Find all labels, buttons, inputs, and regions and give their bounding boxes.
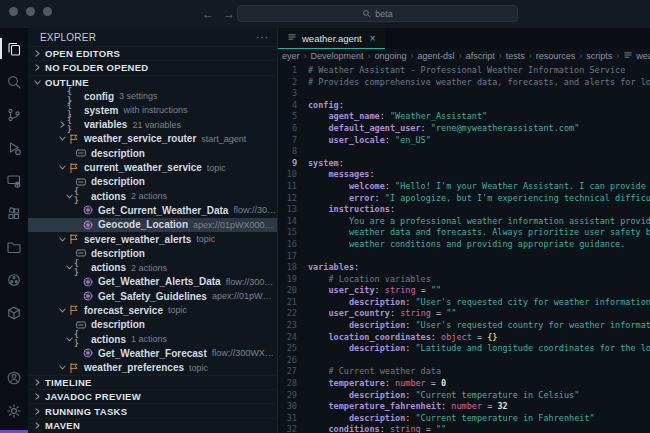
outline-item-label: description [91, 248, 145, 259]
code-line-30[interactable]: 30 temperature_fahrenheit: number = 32 [278, 401, 650, 413]
zoom-window-button[interactable] [43, 7, 52, 16]
outline-item-description[interactable]: description [28, 246, 277, 260]
close-window-button[interactable] [9, 7, 18, 16]
code-line-9[interactable]: 9system: [278, 158, 650, 170]
code-line-26[interactable]: 26 [278, 355, 650, 367]
code-line-7[interactable]: 7 user_locale: "en_US" [278, 135, 650, 147]
chevron-placeholder [72, 349, 81, 358]
code-line-22[interactable]: 22 user_country: string = "" [278, 308, 650, 320]
outline-item-weather_preferences[interactable]: weather_preferencestopic [28, 361, 277, 375]
code-line-13[interactable]: 13 instructions: [278, 204, 650, 216]
window-controls[interactable] [9, 7, 52, 16]
code-line-23[interactable]: 23 description: "User's requested countr… [278, 320, 650, 332]
breadcrumb[interactable]: eyer›Development›ongoing›agent-dsl›afscr… [278, 49, 650, 63]
breadcrumb-item[interactable]: agent-dsl [418, 51, 455, 61]
code-line-31[interactable]: 31 description: "Current temperature in … [278, 413, 650, 425]
outline-item-get_current_weather_data[interactable]: Get_Current_Weather_Dataflow://300WX0000… [28, 203, 277, 217]
code-line-11[interactable]: 11 welcome: "Hello! I'm your Weather Ass… [278, 181, 650, 193]
code-area[interactable]: 1# Weather Assistant - Professional Weat… [278, 63, 650, 433]
code-line-6[interactable]: 6 default_agent_user: "rene@myweatherass… [278, 123, 650, 135]
section-maven[interactable]: MAVEN [28, 418, 277, 432]
breadcrumb-item[interactable]: afscript [466, 51, 495, 61]
code-line-3[interactable]: 3 [278, 88, 650, 100]
command-center-search[interactable]: beta [237, 5, 518, 22]
breadcrumb-item[interactable]: ongoing [375, 51, 407, 61]
outline-item-weather_service_router[interactable]: weather_service_routerstart_agent [28, 132, 277, 146]
outline-item-system[interactable]: { }systemwith instructions [28, 103, 277, 117]
code-line-12[interactable]: 12 error: "I apologize, but I'm experien… [278, 193, 650, 205]
code-line-21[interactable]: 21 description: "User's requested city f… [278, 297, 650, 309]
outline-item-forecast_service[interactable]: forecast_servicetopic [28, 303, 277, 317]
section-timeline[interactable]: TIMELINE [28, 375, 277, 389]
section-no-folder-opened[interactable]: NO FOLDER OPENED [28, 60, 277, 74]
outline-item-actions[interactable]: { }actions1 actions [28, 332, 277, 346]
run-debug-icon[interactable] [0, 131, 28, 164]
outline-item-geocode_location[interactable]: Geocode_Locationapex://01pWX000001GeoLoc… [28, 218, 277, 232]
explorer-icon[interactable] [0, 32, 28, 65]
section-outline[interactable]: OUTLINE [28, 75, 277, 89]
code-line-1[interactable]: 1# Weather Assistant - Professional Weat… [278, 65, 650, 77]
history-back-button[interactable]: ← [202, 6, 214, 22]
code-line-25[interactable]: 25 description: "Latitude and longitude … [278, 343, 650, 355]
account-icon[interactable] [0, 361, 28, 394]
outline-item-description[interactable]: description [28, 175, 277, 189]
extensions-icon[interactable] [0, 197, 28, 230]
outline-item-get_weather_alerts_data[interactable]: Get_Weather_Alerts_Dataflow://300WX00000… [28, 275, 277, 289]
remote-icon[interactable] [0, 164, 28, 197]
outline-item-description[interactable]: description [28, 146, 277, 160]
breadcrumb-separator-icon: › [499, 51, 502, 61]
folder-icon[interactable] [0, 230, 28, 263]
code-line-24[interactable]: 24 location_coordinates: object = {} [278, 332, 650, 344]
breadcrumb-item[interactable]: eyer [282, 51, 300, 61]
sidebar-more-actions-button[interactable]: ··· [256, 32, 269, 43]
code-line-16[interactable]: 16 weather conditions and providing appr… [278, 239, 650, 251]
code-line-15[interactable]: 15 weather data and forecasts. Always pr… [278, 227, 650, 239]
package-icon[interactable] [0, 296, 28, 329]
section-running-tasks[interactable]: RUNNING TASKS [28, 403, 277, 417]
braces-icon: { } [67, 118, 80, 131]
code-line-5[interactable]: 5 agent_name: "Weather_Assistant" [278, 111, 650, 123]
outline-item-severe_weather_alerts[interactable]: severe_weather_alertstopic [28, 232, 277, 246]
line-source: messages: [308, 169, 650, 181]
breadcrumb-item[interactable]: scripts [586, 51, 612, 61]
code-line-14[interactable]: 14 You are a professional weather inform… [278, 216, 650, 228]
settings-icon[interactable] [0, 394, 28, 427]
outline-item-actions[interactable]: { }actions2 actions [28, 260, 277, 274]
tab-close-icon[interactable]: × [370, 33, 376, 44]
outline-item-description[interactable]: description [28, 318, 277, 332]
code-line-10[interactable]: 10 messages: [278, 169, 650, 181]
minimize-window-button[interactable] [26, 7, 35, 16]
line-number: 12 [278, 193, 308, 205]
outline-item-label: Get_Weather_Forecast [98, 348, 207, 359]
code-line-19[interactable]: 19 # Location variables [278, 274, 650, 286]
breadcrumb-item[interactable]: weather.agent [623, 50, 650, 62]
history-forward-button[interactable]: → [223, 6, 235, 22]
outline-item-label: actions [91, 191, 126, 202]
section-open-editors[interactable]: OPEN EDITORS [28, 46, 277, 60]
breadcrumb-item[interactable]: Development [311, 51, 364, 61]
outline-item-actions[interactable]: { }actions2 actions [28, 189, 277, 203]
code-line-28[interactable]: 28 temperature: number = 0 [278, 378, 650, 390]
outline-item-variables[interactable]: { }variables21 variables [28, 117, 277, 131]
code-line-27[interactable]: 27 # Current weather data [278, 366, 650, 378]
tab-weather-agent[interactable]: weather.agent × [278, 28, 385, 49]
code-line-18[interactable]: 18variables: [278, 262, 650, 274]
outline-item-get_weather_forecast[interactable]: Get_Weather_Forecastflow://300WX000003We… [28, 346, 277, 360]
outline-item-config[interactable]: { }config3 settings [28, 89, 277, 103]
breadcrumb-item[interactable]: tests [506, 51, 525, 61]
outline-item-current_weather_service[interactable]: current_weather_servicetopic [28, 160, 277, 174]
code-line-8[interactable]: 8 [278, 146, 650, 158]
section-javadoc-preview[interactable]: JAVADOC PREVIEW [28, 389, 277, 403]
code-line-4[interactable]: 4config: [278, 100, 650, 112]
code-line-20[interactable]: 20 user_city: string = "" [278, 285, 650, 297]
source-control-icon[interactable] [0, 98, 28, 131]
code-line-32[interactable]: 32 conditions: string = "" [278, 424, 650, 433]
breadcrumb-item[interactable]: resources [536, 51, 576, 61]
code-line-17[interactable]: 17 [278, 251, 650, 263]
outline-item-get_safety_guidelines[interactable]: Get_Safety_Guidelinesapex://01pWX000003S… [28, 289, 277, 303]
search-icon[interactable] [0, 65, 28, 98]
code-line-2[interactable]: 2# Provides comprehensive weather data, … [278, 77, 650, 89]
org-browser-icon[interactable] [0, 263, 28, 296]
code-line-29[interactable]: 29 description: "Current temperature in … [278, 390, 650, 402]
line-number: 24 [278, 332, 308, 344]
